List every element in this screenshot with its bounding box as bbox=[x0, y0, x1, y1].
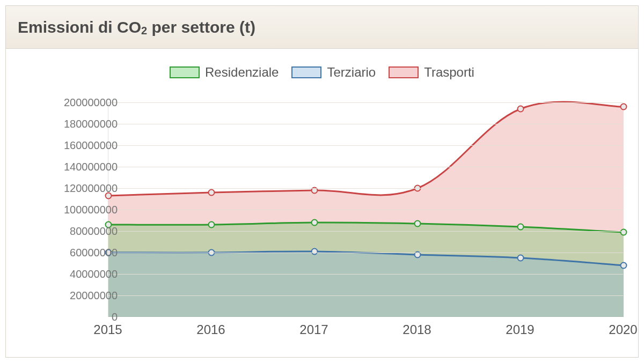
y-tick: 20000000 bbox=[26, 290, 118, 302]
y-tick: 140000000 bbox=[26, 161, 118, 173]
panel-header: Emissioni di CO2 per settore (t) bbox=[6, 6, 638, 49]
data-point[interactable] bbox=[621, 263, 627, 269]
y-tick: 200000000 bbox=[26, 97, 118, 109]
grid-line bbox=[108, 124, 623, 124]
x-tick: 2018 bbox=[402, 322, 431, 337]
y-tick: 80000000 bbox=[26, 225, 118, 238]
series-area bbox=[108, 251, 624, 317]
grid-line bbox=[108, 253, 623, 253]
grid-line bbox=[108, 295, 623, 296]
data-point[interactable] bbox=[518, 255, 524, 261]
y-tick: 160000000 bbox=[26, 139, 118, 152]
y-tick: 0 bbox=[26, 311, 118, 323]
grid-line bbox=[108, 274, 623, 275]
chart-title: Emissioni di CO2 per settore (t) bbox=[18, 18, 255, 36]
y-tick: 120000000 bbox=[26, 182, 118, 195]
chart-panel: Emissioni di CO2 per settore (t) Residen… bbox=[5, 5, 639, 358]
swatch-residenziale bbox=[170, 66, 200, 78]
data-point[interactable] bbox=[621, 104, 627, 110]
y-tick: 100000000 bbox=[26, 204, 118, 216]
swatch-terziario bbox=[291, 66, 321, 78]
grid-line bbox=[108, 231, 623, 232]
grid-line bbox=[108, 145, 623, 146]
y-tick: 180000000 bbox=[26, 118, 118, 130]
data-point[interactable] bbox=[312, 249, 318, 255]
data-point[interactable] bbox=[518, 106, 524, 112]
x-tick: 2020 bbox=[609, 322, 637, 337]
data-point[interactable] bbox=[518, 224, 524, 230]
data-point[interactable] bbox=[621, 229, 627, 235]
x-tick: 2016 bbox=[196, 322, 225, 337]
legend-label-terziario: Terziario bbox=[327, 65, 376, 80]
data-point[interactable] bbox=[312, 220, 318, 226]
legend-item-residenziale[interactable]: Residenziale bbox=[170, 65, 279, 80]
legend: Residenziale Terziario Trasporti bbox=[6, 65, 638, 80]
swatch-trasporti bbox=[389, 66, 419, 78]
legend-item-trasporti[interactable]: Trasporti bbox=[389, 65, 474, 80]
grid-line bbox=[108, 210, 623, 210]
grid-line bbox=[108, 167, 623, 167]
x-tick: 2017 bbox=[299, 322, 328, 337]
grid-line bbox=[108, 188, 623, 189]
plot-area bbox=[108, 102, 623, 317]
x-tick: 2015 bbox=[93, 322, 122, 337]
grid-line bbox=[108, 102, 623, 103]
data-point[interactable] bbox=[415, 221, 421, 227]
data-point[interactable] bbox=[209, 222, 215, 228]
legend-label-residenziale: Residenziale bbox=[205, 65, 279, 80]
legend-item-terziario[interactable]: Terziario bbox=[291, 65, 376, 80]
data-point[interactable] bbox=[209, 190, 215, 196]
legend-label-trasporti: Trasporti bbox=[424, 65, 474, 80]
x-tick: 2019 bbox=[506, 322, 534, 337]
y-tick: 60000000 bbox=[26, 247, 118, 259]
chart-area: Residenziale Terziario Trasporti 0200000… bbox=[6, 49, 638, 357]
y-tick: 40000000 bbox=[26, 268, 118, 280]
